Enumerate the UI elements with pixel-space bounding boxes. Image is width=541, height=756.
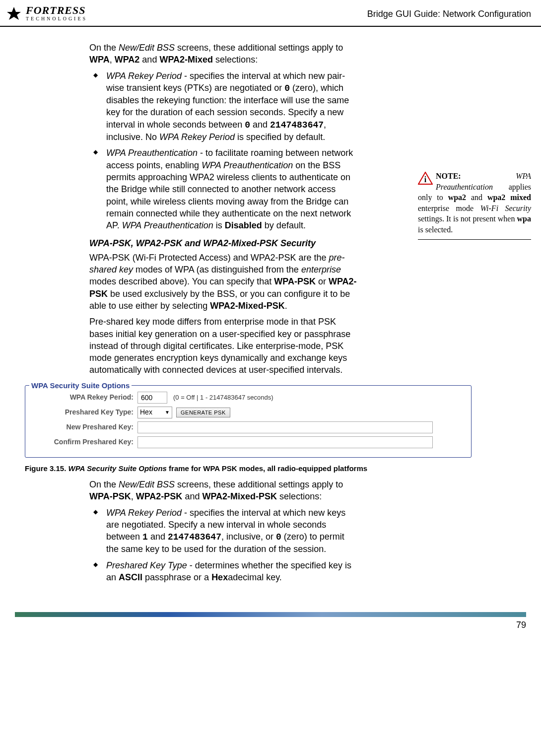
section-heading: WPA-PSK, WPA2-PSK and WPA2-Mixed-PSK Sec… [89, 237, 357, 249]
logo-icon [5, 5, 23, 23]
list-item: WPA Rekey Period - specifies the interva… [89, 70, 357, 143]
txt: 2147483647 [270, 120, 324, 130]
note-t5: is selected. [418, 225, 453, 234]
txt: WPA-PSK [274, 276, 316, 286]
txt: adecimal key. [228, 572, 282, 582]
txt: WPA-PSK [89, 491, 131, 501]
keytype-select[interactable]: Hex ▼ [137, 407, 172, 418]
fieldset-legend: WPA Security Suite Options [29, 381, 132, 391]
page-footer: 79 [0, 609, 541, 641]
note-t4: settings. It is not present when [418, 214, 517, 223]
txt: Hex [211, 572, 228, 582]
logo-name: FORTRESS [26, 5, 87, 15]
section2-p2: Pre-shared key mode differs from enterpr… [89, 316, 357, 376]
figure-caption: Figure 3.15. WPA Security Suite Options … [25, 464, 472, 474]
txt: Figure 3.15. [25, 464, 68, 473]
bullet-list-2: WPA Rekey Period - specifies the interva… [89, 507, 357, 584]
note-b1: wpa2 [448, 193, 466, 202]
figure-block: WPA Security Suite Options WPA Rekey Per… [25, 385, 472, 474]
txt: or [316, 276, 329, 286]
list-item: WPA Preauthentication - to facilitate ro… [89, 147, 357, 231]
note-label: NOTE: [436, 172, 461, 180]
txt: 2147483647 [168, 532, 221, 542]
txt: passphrase or a [142, 572, 211, 582]
txt: 0 [276, 532, 281, 542]
txt: and [139, 55, 159, 65]
rekey-input[interactable] [137, 392, 167, 404]
txt: 0 [284, 83, 290, 93]
txt: WPA Security Suite Options [68, 464, 167, 473]
newkey-input[interactable] [137, 421, 433, 433]
page-number: 79 [15, 619, 526, 631]
txt: . [285, 301, 287, 311]
logo-sub: TECHNOLOGIES [26, 15, 87, 22]
svg-marker-0 [7, 7, 21, 20]
txt: selections: [277, 491, 322, 501]
note-t3: enterprise mode [418, 204, 480, 212]
txt: New/Edit BSS [119, 43, 175, 53]
txt: WPA Preauthentication [122, 220, 213, 230]
intro-para: On the New/Edit BSS screens, these addit… [89, 42, 357, 66]
txt: WPA-PSK (Wi-Fi Protected Access) and WPA… [89, 253, 329, 263]
bullet-list-1: WPA Rekey Period - specifies the interva… [89, 70, 357, 232]
txt: WPA2 [115, 55, 140, 65]
txt: by default. [262, 220, 306, 230]
txt: , inclusive, or [221, 532, 276, 542]
confirmkey-label: Confirm Preshared Key: [28, 437, 137, 447]
txt: WPA2-Mixed-PSK [202, 491, 277, 501]
confirmkey-input[interactable] [137, 436, 433, 448]
txt: screens, these additional settings apply… [175, 43, 343, 53]
txt: New/Edit BSS [119, 480, 175, 489]
bullet-label: WPA Rekey Period [106, 71, 182, 81]
txt: On the [89, 43, 119, 53]
txt: modes of WPA (as distinguished from the [133, 265, 301, 275]
intro2-para: On the New/Edit BSS screens, these addit… [89, 479, 357, 503]
txt: and [250, 120, 270, 130]
rekey-hint: (0 = Off | 1 - 2147483647 seconds) [173, 393, 273, 402]
note-i2: Wi-Fi Security [480, 204, 531, 212]
txt: screens, these additional settings apply… [175, 480, 343, 489]
bullet-label: WPA Preauthentication [106, 148, 198, 158]
note-b2: wpa2 mixed [487, 193, 531, 202]
txt: WPA Rekey Period [159, 132, 235, 142]
generate-psk-button[interactable]: GENERATE PSK [176, 408, 230, 417]
svg-text:i: i [424, 175, 427, 184]
logo: FORTRESS TECHNOLOGIES [5, 5, 87, 23]
txt: modes described above). You can specify … [89, 276, 274, 286]
txt: WPA Preauthentication [202, 160, 293, 170]
txt: enterprise [301, 265, 341, 275]
txt: is [213, 220, 225, 230]
txt: 1 [142, 532, 148, 542]
form-row-newkey: New Preshared Key: [28, 421, 468, 433]
header-title: Bridge GUI Guide: Network Configuration [367, 8, 531, 20]
chevron-down-icon: ▼ [165, 409, 170, 416]
wpa-options-fieldset: WPA Security Suite Options WPA Rekey Per… [25, 385, 472, 458]
keytype-label: Preshared Key Type: [28, 408, 137, 417]
txt: 0 [245, 120, 250, 130]
list-item: Preshared Key Type - determines whether … [89, 559, 357, 584]
txt: on the BSS permits approaching WPA2 wire… [106, 160, 351, 230]
txt: WPA [89, 55, 110, 65]
section2-p1: WPA-PSK (Wi-Fi Protected Access) and WPA… [89, 252, 357, 312]
txt: selections: [213, 55, 258, 65]
newkey-label: New Preshared Key: [28, 422, 137, 432]
main-content: i NOTE: WPA Preauthentication applies on… [0, 27, 541, 609]
form-row-confirmkey: Confirm Preshared Key: [28, 436, 468, 448]
txt: is specified by default. [235, 132, 325, 142]
note-b3: wpa [517, 214, 531, 223]
txt: frame for WPA PSK modes, all radio-equip… [167, 464, 367, 473]
txt: WPA2-PSK [136, 491, 183, 501]
list-item: WPA Rekey Period - specifies the interva… [89, 507, 357, 555]
caution-icon: i [418, 172, 433, 185]
txt: ASCII [119, 572, 142, 582]
txt: and [148, 532, 168, 542]
bullet-label: WPA Rekey Period [106, 508, 182, 518]
txt: Disabled [225, 220, 262, 230]
txt: WPA2-Mixed-PSK [210, 301, 285, 311]
form-row-rekey: WPA Rekey Period: (0 = Off | 1 - 2147483… [28, 392, 468, 404]
txt: WPA2-Mixed [159, 55, 213, 65]
rekey-label: WPA Rekey Period: [28, 393, 137, 402]
note-t2: and [466, 193, 487, 202]
form-row-keytype: Preshared Key Type: Hex ▼ GENERATE PSK [28, 407, 468, 418]
note-box: i NOTE: WPA Preauthentication applies on… [418, 171, 531, 240]
